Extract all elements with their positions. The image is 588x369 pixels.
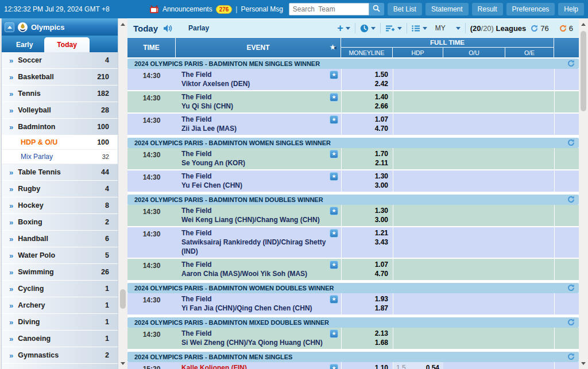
topbar-button-bet-list[interactable]: Bet List bbox=[388, 3, 422, 15]
double-chevron-icon: » bbox=[9, 252, 13, 259]
event-name: Si Wei Zheng (CHN)/Ya Qiong Huang (CHN) bbox=[181, 338, 326, 347]
sidebar-item-basketball[interactable]: »Basketball210 bbox=[2, 69, 118, 86]
olympics-flame-icon bbox=[18, 22, 28, 32]
scroll-up-icon[interactable] bbox=[579, 20, 588, 29]
favorite-star-icon[interactable]: ★ bbox=[330, 172, 338, 181]
moneyline-cell[interactable]: 1.402.66 bbox=[341, 91, 393, 112]
sidebar-subitem-mix-parlay[interactable]: Mix Parlay32 bbox=[2, 150, 118, 164]
hdp-cell[interactable]: 1.50.54 bbox=[393, 362, 443, 369]
refresh-icon[interactable] bbox=[567, 318, 575, 326]
favorite-star-icon[interactable]: ★ bbox=[330, 150, 338, 158]
add-view-dropdown[interactable]: + bbox=[337, 24, 350, 32]
main-scrollbar-thumb[interactable] bbox=[581, 31, 586, 111]
topbar-button-preferences[interactable]: Preferences bbox=[506, 3, 555, 15]
sidebar-item-count: 26 bbox=[101, 268, 109, 276]
event-name: The Field bbox=[181, 260, 326, 269]
topbar-button-statement[interactable]: Statement bbox=[425, 3, 469, 15]
time-filter-dropdown[interactable] bbox=[360, 24, 376, 33]
refresh-all-blue[interactable]: 76 bbox=[531, 24, 548, 33]
refresh-icon[interactable] bbox=[567, 284, 575, 292]
sidebar-item-label: Boxing bbox=[18, 218, 42, 226]
sidebar-item-water-polo[interactable]: »Water Polo5 bbox=[2, 247, 118, 264]
topbar-button-result[interactable]: Result bbox=[472, 3, 503, 15]
moneyline-cell[interactable]: 1.303.00 bbox=[341, 205, 393, 226]
topbar-button-help[interactable]: Help bbox=[558, 3, 584, 15]
sidebar-item-diving[interactable]: »Diving1 bbox=[2, 314, 118, 331]
tab-today[interactable]: Today bbox=[44, 37, 89, 52]
main-scrollbar[interactable] bbox=[579, 18, 588, 369]
sidebar-item-boxing[interactable]: »Boxing2 bbox=[2, 214, 118, 231]
favorite-star-icon[interactable]: ★ bbox=[330, 364, 338, 369]
sidebar-item-olympic[interactable]: »Olympic376 bbox=[2, 364, 118, 369]
sidebar-scrollbar[interactable] bbox=[118, 18, 127, 369]
moneyline-cell[interactable]: 1.303.00 bbox=[341, 170, 393, 192]
announcements-link[interactable]: Announcements bbox=[163, 5, 212, 13]
tab-early[interactable]: Early bbox=[6, 37, 42, 52]
sidebar-item-gymnastics[interactable]: »Gymnastics2 bbox=[2, 347, 118, 364]
sidebar-item-archery[interactable]: »Archery1 bbox=[2, 297, 118, 314]
scroll-down-icon[interactable] bbox=[118, 359, 127, 368]
speaker-icon[interactable] bbox=[163, 24, 173, 33]
parlay-label: Parlay bbox=[188, 24, 209, 32]
search-input[interactable] bbox=[289, 3, 369, 15]
extra-cell bbox=[554, 328, 579, 349]
moneyline-cell[interactable]: 1.502.42 bbox=[341, 69, 393, 90]
moneyline-odds: 1.10 bbox=[342, 363, 388, 369]
sidebar-item-cycling[interactable]: »Cycling1 bbox=[2, 281, 118, 297]
sidebar-item-rugby[interactable]: »Rugby4 bbox=[2, 181, 118, 197]
moneyline-cell[interactable]: 1.10 bbox=[341, 362, 393, 369]
sidebar-item-hockey[interactable]: »Hockey8 bbox=[2, 197, 118, 214]
ou-cell bbox=[443, 227, 505, 258]
refresh-icon[interactable] bbox=[567, 353, 575, 360]
personal-msg-link[interactable]: Personal Msg bbox=[241, 5, 283, 13]
odds-format-dropdown[interactable]: MY bbox=[435, 24, 461, 32]
sidebar-subitem-hdp-o-u[interactable]: HDP & O/U100 bbox=[2, 135, 118, 150]
sidebar-item-label: Badminton bbox=[18, 123, 55, 131]
refresh-icon[interactable] bbox=[567, 60, 575, 67]
sidebar-item-label: Gymnastics bbox=[18, 351, 59, 359]
sidebar-item-handball[interactable]: »Handball6 bbox=[2, 231, 118, 247]
sidebar-item-badminton[interactable]: »Badminton100 bbox=[2, 119, 118, 135]
scroll-up-icon[interactable] bbox=[118, 20, 127, 29]
favorite-star-icon[interactable]: ★ bbox=[330, 295, 338, 304]
toolbar-divider bbox=[355, 23, 355, 33]
sidebar-item-table-tennis[interactable]: »Table Tennis44 bbox=[2, 164, 118, 181]
collapse-panel-button[interactable] bbox=[5, 22, 14, 32]
scroll-down-icon[interactable] bbox=[579, 359, 588, 368]
sidebar-item-label: Cycling bbox=[18, 285, 44, 293]
oe-cell bbox=[505, 170, 554, 192]
favorite-star-icon[interactable]: ★ bbox=[330, 329, 338, 338]
sidebar-item-count: 28 bbox=[101, 106, 109, 114]
refresh-icon[interactable] bbox=[567, 196, 575, 203]
sidebar-item-canoeing[interactable]: »Canoeing1 bbox=[2, 331, 118, 347]
refresh-countdown: 76 bbox=[540, 24, 548, 33]
refresh-all-orange[interactable]: 6 bbox=[559, 24, 573, 33]
search-button[interactable] bbox=[369, 3, 384, 15]
sidebar-scrollbar-thumb[interactable] bbox=[120, 289, 126, 309]
hdp-cell bbox=[393, 227, 443, 258]
favorite-star-icon[interactable]: ★ bbox=[330, 229, 338, 238]
sidebar-item-volleyball[interactable]: »Volleyball28 bbox=[2, 102, 118, 119]
moneyline-cell[interactable]: 2.131.68 bbox=[341, 328, 393, 349]
moneyline-cell[interactable]: 1.702.11 bbox=[341, 148, 393, 169]
moneyline-cell[interactable]: 1.074.70 bbox=[341, 259, 393, 280]
favorite-all-star-icon[interactable]: ★✕ bbox=[328, 43, 337, 52]
sidebar-item-swimming[interactable]: »Swimming26 bbox=[2, 264, 118, 281]
favorite-star-icon[interactable]: ★ bbox=[330, 261, 338, 269]
column-header-extra bbox=[554, 38, 579, 57]
display-mode-dropdown[interactable] bbox=[412, 25, 427, 32]
refresh-icon[interactable] bbox=[567, 139, 575, 146]
favorite-star-icon[interactable]: ★ bbox=[330, 207, 338, 215]
moneyline-cell[interactable]: 1.074.70 bbox=[341, 114, 393, 135]
sidebar-item-label: HDP & O/U bbox=[21, 138, 57, 146]
moneyline-cell[interactable]: 1.213.43 bbox=[341, 227, 393, 258]
favorite-star-icon[interactable]: ★ bbox=[330, 93, 338, 102]
sidebar-item-tennis[interactable]: »Tennis182 bbox=[2, 86, 118, 102]
sidebar-item-soccer[interactable]: »Soccer4 bbox=[2, 52, 118, 69]
event-row: 14:30The FieldYu Qi Shi (CHN)★1.402.66 bbox=[127, 91, 579, 114]
favorite-star-icon[interactable]: ★ bbox=[330, 115, 338, 124]
favorite-star-icon[interactable]: ★ bbox=[330, 71, 338, 79]
moneyline-cell[interactable]: 1.931.87 bbox=[341, 293, 393, 314]
sort-filter-dropdown[interactable] bbox=[385, 25, 402, 32]
moneyline-odds: 1.50 bbox=[342, 70, 388, 79]
